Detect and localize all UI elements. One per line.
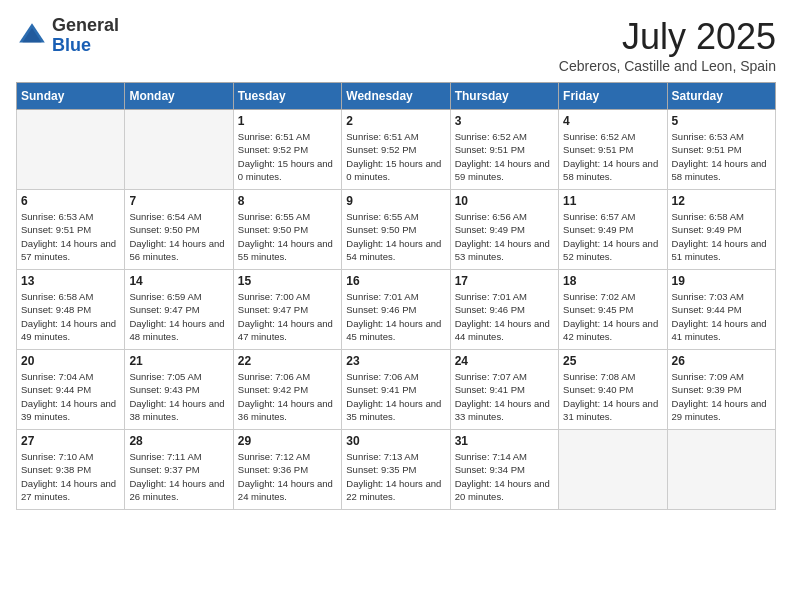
day-number: 15 xyxy=(238,274,337,288)
day-number: 25 xyxy=(563,354,662,368)
calendar-cell xyxy=(667,430,775,510)
calendar-cell: 1Sunrise: 6:51 AMSunset: 9:52 PMDaylight… xyxy=(233,110,341,190)
calendar-cell: 6Sunrise: 6:53 AMSunset: 9:51 PMDaylight… xyxy=(17,190,125,270)
day-info: Sunrise: 7:02 AMSunset: 9:45 PMDaylight:… xyxy=(563,290,662,343)
day-info: Sunrise: 7:08 AMSunset: 9:40 PMDaylight:… xyxy=(563,370,662,423)
calendar-cell: 15Sunrise: 7:00 AMSunset: 9:47 PMDayligh… xyxy=(233,270,341,350)
calendar-cell: 27Sunrise: 7:10 AMSunset: 9:38 PMDayligh… xyxy=(17,430,125,510)
day-number: 1 xyxy=(238,114,337,128)
logo-general-text: General xyxy=(52,15,119,35)
calendar-cell: 16Sunrise: 7:01 AMSunset: 9:46 PMDayligh… xyxy=(342,270,450,350)
day-number: 23 xyxy=(346,354,445,368)
calendar-cell: 25Sunrise: 7:08 AMSunset: 9:40 PMDayligh… xyxy=(559,350,667,430)
weekday-header-friday: Friday xyxy=(559,83,667,110)
weekday-header-sunday: Sunday xyxy=(17,83,125,110)
day-number: 31 xyxy=(455,434,554,448)
day-number: 12 xyxy=(672,194,771,208)
day-number: 10 xyxy=(455,194,554,208)
day-info: Sunrise: 7:12 AMSunset: 9:36 PMDaylight:… xyxy=(238,450,337,503)
calendar-cell xyxy=(559,430,667,510)
location: Cebreros, Castille and Leon, Spain xyxy=(559,58,776,74)
weekday-header-saturday: Saturday xyxy=(667,83,775,110)
logo: General Blue xyxy=(16,16,119,56)
calendar-cell: 8Sunrise: 6:55 AMSunset: 9:50 PMDaylight… xyxy=(233,190,341,270)
day-info: Sunrise: 6:55 AMSunset: 9:50 PMDaylight:… xyxy=(346,210,445,263)
calendar-cell: 14Sunrise: 6:59 AMSunset: 9:47 PMDayligh… xyxy=(125,270,233,350)
day-info: Sunrise: 7:04 AMSunset: 9:44 PMDaylight:… xyxy=(21,370,120,423)
day-number: 13 xyxy=(21,274,120,288)
calendar-cell: 12Sunrise: 6:58 AMSunset: 9:49 PMDayligh… xyxy=(667,190,775,270)
calendar-cell: 29Sunrise: 7:12 AMSunset: 9:36 PMDayligh… xyxy=(233,430,341,510)
day-info: Sunrise: 7:00 AMSunset: 9:47 PMDaylight:… xyxy=(238,290,337,343)
calendar-cell: 31Sunrise: 7:14 AMSunset: 9:34 PMDayligh… xyxy=(450,430,558,510)
logo-icon xyxy=(16,20,48,52)
calendar-cell: 11Sunrise: 6:57 AMSunset: 9:49 PMDayligh… xyxy=(559,190,667,270)
day-number: 2 xyxy=(346,114,445,128)
day-info: Sunrise: 6:55 AMSunset: 9:50 PMDaylight:… xyxy=(238,210,337,263)
day-info: Sunrise: 7:09 AMSunset: 9:39 PMDaylight:… xyxy=(672,370,771,423)
day-number: 27 xyxy=(21,434,120,448)
calendar-cell xyxy=(125,110,233,190)
day-info: Sunrise: 6:59 AMSunset: 9:47 PMDaylight:… xyxy=(129,290,228,343)
calendar-cell: 13Sunrise: 6:58 AMSunset: 9:48 PMDayligh… xyxy=(17,270,125,350)
day-number: 29 xyxy=(238,434,337,448)
calendar-cell xyxy=(17,110,125,190)
day-info: Sunrise: 7:01 AMSunset: 9:46 PMDaylight:… xyxy=(346,290,445,343)
calendar-cell: 26Sunrise: 7:09 AMSunset: 9:39 PMDayligh… xyxy=(667,350,775,430)
weekday-header-wednesday: Wednesday xyxy=(342,83,450,110)
day-number: 17 xyxy=(455,274,554,288)
weekday-header-tuesday: Tuesday xyxy=(233,83,341,110)
day-number: 8 xyxy=(238,194,337,208)
calendar-cell: 2Sunrise: 6:51 AMSunset: 9:52 PMDaylight… xyxy=(342,110,450,190)
day-info: Sunrise: 6:56 AMSunset: 9:49 PMDaylight:… xyxy=(455,210,554,263)
calendar-cell: 21Sunrise: 7:05 AMSunset: 9:43 PMDayligh… xyxy=(125,350,233,430)
calendar-cell: 28Sunrise: 7:11 AMSunset: 9:37 PMDayligh… xyxy=(125,430,233,510)
day-number: 28 xyxy=(129,434,228,448)
day-info: Sunrise: 7:11 AMSunset: 9:37 PMDaylight:… xyxy=(129,450,228,503)
day-info: Sunrise: 6:52 AMSunset: 9:51 PMDaylight:… xyxy=(455,130,554,183)
day-number: 24 xyxy=(455,354,554,368)
calendar-cell: 18Sunrise: 7:02 AMSunset: 9:45 PMDayligh… xyxy=(559,270,667,350)
day-info: Sunrise: 6:58 AMSunset: 9:49 PMDaylight:… xyxy=(672,210,771,263)
day-number: 14 xyxy=(129,274,228,288)
day-info: Sunrise: 7:13 AMSunset: 9:35 PMDaylight:… xyxy=(346,450,445,503)
day-info: Sunrise: 6:53 AMSunset: 9:51 PMDaylight:… xyxy=(672,130,771,183)
logo-blue-text: Blue xyxy=(52,35,91,55)
day-number: 7 xyxy=(129,194,228,208)
weekday-header-thursday: Thursday xyxy=(450,83,558,110)
day-info: Sunrise: 7:01 AMSunset: 9:46 PMDaylight:… xyxy=(455,290,554,343)
calendar-cell: 3Sunrise: 6:52 AMSunset: 9:51 PMDaylight… xyxy=(450,110,558,190)
day-number: 5 xyxy=(672,114,771,128)
title-block: July 2025 Cebreros, Castille and Leon, S… xyxy=(559,16,776,74)
day-info: Sunrise: 6:58 AMSunset: 9:48 PMDaylight:… xyxy=(21,290,120,343)
calendar-cell: 19Sunrise: 7:03 AMSunset: 9:44 PMDayligh… xyxy=(667,270,775,350)
day-info: Sunrise: 6:57 AMSunset: 9:49 PMDaylight:… xyxy=(563,210,662,263)
day-number: 6 xyxy=(21,194,120,208)
day-number: 19 xyxy=(672,274,771,288)
calendar-cell: 4Sunrise: 6:52 AMSunset: 9:51 PMDaylight… xyxy=(559,110,667,190)
calendar-cell: 30Sunrise: 7:13 AMSunset: 9:35 PMDayligh… xyxy=(342,430,450,510)
day-info: Sunrise: 7:14 AMSunset: 9:34 PMDaylight:… xyxy=(455,450,554,503)
calendar-cell: 17Sunrise: 7:01 AMSunset: 9:46 PMDayligh… xyxy=(450,270,558,350)
day-info: Sunrise: 6:51 AMSunset: 9:52 PMDaylight:… xyxy=(238,130,337,183)
calendar-cell: 20Sunrise: 7:04 AMSunset: 9:44 PMDayligh… xyxy=(17,350,125,430)
day-info: Sunrise: 6:54 AMSunset: 9:50 PMDaylight:… xyxy=(129,210,228,263)
day-number: 11 xyxy=(563,194,662,208)
calendar-cell: 7Sunrise: 6:54 AMSunset: 9:50 PMDaylight… xyxy=(125,190,233,270)
day-number: 16 xyxy=(346,274,445,288)
day-info: Sunrise: 7:03 AMSunset: 9:44 PMDaylight:… xyxy=(672,290,771,343)
calendar-cell: 9Sunrise: 6:55 AMSunset: 9:50 PMDaylight… xyxy=(342,190,450,270)
day-info: Sunrise: 6:51 AMSunset: 9:52 PMDaylight:… xyxy=(346,130,445,183)
day-info: Sunrise: 6:52 AMSunset: 9:51 PMDaylight:… xyxy=(563,130,662,183)
day-info: Sunrise: 7:06 AMSunset: 9:42 PMDaylight:… xyxy=(238,370,337,423)
day-number: 9 xyxy=(346,194,445,208)
calendar-cell: 24Sunrise: 7:07 AMSunset: 9:41 PMDayligh… xyxy=(450,350,558,430)
calendar-cell: 22Sunrise: 7:06 AMSunset: 9:42 PMDayligh… xyxy=(233,350,341,430)
day-number: 3 xyxy=(455,114,554,128)
day-number: 21 xyxy=(129,354,228,368)
day-info: Sunrise: 7:05 AMSunset: 9:43 PMDaylight:… xyxy=(129,370,228,423)
weekday-header-monday: Monday xyxy=(125,83,233,110)
day-number: 22 xyxy=(238,354,337,368)
day-info: Sunrise: 6:53 AMSunset: 9:51 PMDaylight:… xyxy=(21,210,120,263)
day-number: 30 xyxy=(346,434,445,448)
